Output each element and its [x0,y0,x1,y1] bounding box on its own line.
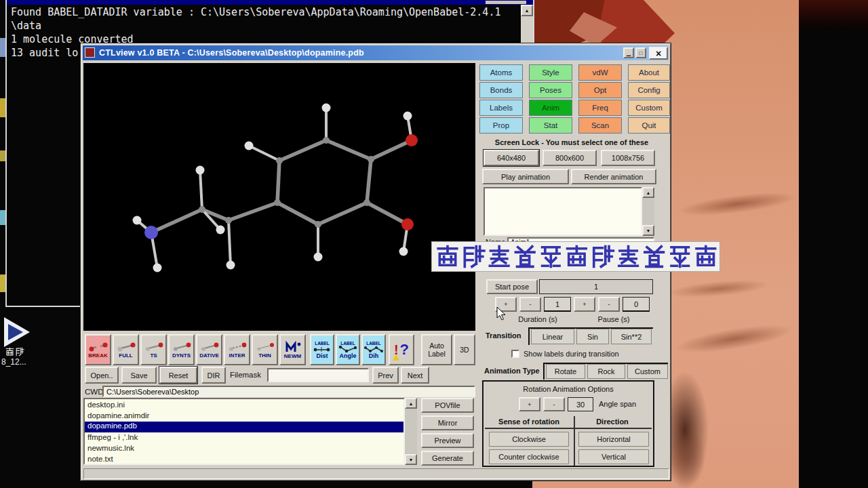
console-titlebar[interactable] [7,0,533,5]
file-item-newmusic-lnk[interactable]: newmusic.lnk [87,444,134,452]
cwd-label: CWD [85,388,103,396]
dist-label-button[interactable]: LABEL Dist [310,334,334,365]
tab-labels[interactable]: Labels [479,100,523,116]
show-labels-checkbox[interactable] [511,350,519,358]
tab-config[interactable]: Config [628,82,670,98]
tab-atoms[interactable]: Atoms [479,64,523,81]
resolution-1008x756-button[interactable]: 1008x756 [601,150,655,166]
dynts-bond-button[interactable]: DYNTS [168,334,195,365]
render-animation-button[interactable]: Render animation [571,169,656,184]
tab-stat[interactable]: Stat [529,117,572,134]
pause-plus-button[interactable]: + [574,297,595,312]
filemask-input[interactable] [267,368,369,382]
thin-bond-button[interactable]: THIN [252,334,278,365]
file-scroll-up-button[interactable]: ▲ [405,398,417,409]
animation-listbox[interactable] [484,187,642,236]
console-scrollbar[interactable]: ▲ [521,5,533,45]
ctlview-app-icon [85,47,95,58]
transition-sin-button[interactable]: Sin [576,329,609,344]
file-item-ffmpeg-lnk[interactable]: ffmpeg - i ,'.lnk [87,433,138,441]
generate-button[interactable]: Generate [421,451,474,466]
file-item-dopamine-pdb[interactable]: dopamine.pdb [85,422,403,432]
inter-bond-button[interactable]: INTER [224,334,250,365]
next-button[interactable]: Next [401,367,429,384]
duration-minus-button[interactable]: - [519,297,541,312]
listbox-scroll-up-button[interactable]: ▲ [642,187,654,198]
angle-plus-button[interactable]: + [519,397,540,411]
listbox-scroll-down-button[interactable]: ▼ [642,225,654,236]
play-animation-button[interactable]: Play animation [482,169,569,184]
dist-label: Dist [316,352,328,359]
animtype-custom-button[interactable]: Custom [627,364,668,379]
minimize-button[interactable]: ▁ [623,47,634,58]
auto-label-button[interactable]: Auto Label [421,334,452,365]
open-button[interactable]: Open.. [85,367,119,384]
tab-freq[interactable]: Freq [578,100,622,116]
question-icon: ? [400,341,409,359]
dir-button[interactable]: DIR [201,367,226,384]
angle-label-button[interactable]: LABEL Angle [336,334,360,365]
close-button[interactable]: × [649,47,668,60]
horizontal-button[interactable]: Horizontal [578,432,649,447]
dative-bond-button[interactable]: DATIVE [196,334,222,365]
animtype-rock-button[interactable]: Rock [587,364,625,379]
resolution-800x600-button[interactable]: 800x600 [542,150,597,166]
molecule-viewport[interactable] [83,63,475,331]
tab-poses[interactable]: Poses [529,82,572,98]
animtype-rotate-button[interactable]: Rotate [546,364,585,379]
angle-span-value[interactable]: 30 [568,397,593,411]
console-titlebar-buttons[interactable] [486,1,526,4]
start-pose-value[interactable]: 1 [539,279,653,294]
file-list[interactable]: desktop.ini dopamine.animdir dopamine.pd… [83,398,405,465]
threed-button[interactable]: 3D [454,334,475,365]
ts-bond-button[interactable]: TS [140,334,167,365]
tab-style[interactable]: Style [529,64,572,81]
maximize-button[interactable]: □ [635,47,646,58]
ctlview-titlebar[interactable]: CTLview v1.0 BETA - C:\Users\Sobereva\De… [83,45,669,60]
clockwise-button[interactable]: Clockwise [489,432,569,447]
tab-custom[interactable]: Custom [628,100,670,116]
preview-button[interactable]: Preview [421,433,474,448]
vertical-button[interactable]: Vertical [578,449,649,464]
transition-linear-button[interactable]: Linear [531,329,574,344]
file-list-scrollbar[interactable]: ▲ ▼ [405,398,417,465]
newm-button[interactable]: NEWM [279,334,306,365]
reset-button[interactable]: Reset [159,367,197,384]
rotation-options-title: Rotation Animation Options [484,385,653,393]
prev-button[interactable]: Prev [372,367,399,384]
tab-scan[interactable]: Scan [578,117,622,134]
povfile-button[interactable]: POVfile [421,398,474,413]
dihedral-label-button[interactable]: LABEL Dih [361,334,386,365]
cwd-field[interactable]: C:\Users\Sobereva\Desktop [102,386,475,397]
file-scroll-down-button[interactable]: ▼ [405,454,417,465]
file-item-desktop-ini[interactable]: desktop.ini [87,401,125,409]
dist-label-tag: LABEL [315,341,330,346]
animtype-frame-v [543,363,545,380]
start-pose-button[interactable]: Start pose [486,279,538,294]
full-bond-button[interactable]: FULL [113,334,139,365]
pause-minus-button[interactable]: - [598,297,620,312]
tab-anim[interactable]: Anim [529,100,572,116]
angle-label-tag: LABEL [340,341,355,346]
break-bond-button[interactable]: BREAK [85,334,111,365]
angle-minus-button[interactable]: - [543,397,565,411]
help-button[interactable]: ! ? [389,334,414,365]
console-line-1: Found BABEL_DATADIR variable : C:\Users\… [11,5,500,19]
save-button[interactable]: Save [121,367,157,384]
tab-bonds[interactable]: Bonds [479,82,523,98]
tab-prop[interactable]: Prop [479,117,523,134]
tab-opt[interactable]: Opt [578,82,622,98]
mirror-button[interactable]: Mirror [421,415,474,430]
tab-quit[interactable]: Quit [628,117,670,134]
animation-listbox-scrollbar[interactable]: ▲ ▼ [642,187,654,236]
counter-clockwise-button[interactable]: Counter clockwise [489,449,569,464]
console-scroll-up-button[interactable]: ▲ [521,5,533,16]
subtitle-text [432,242,719,271]
tab-vdw[interactable]: vdW [578,64,622,81]
file-item-dopamine-animdir[interactable]: dopamine.animdir [87,411,149,420]
transition-sin2-button[interactable]: Sin**2 [611,329,652,344]
tab-about[interactable]: About [628,64,670,81]
resolution-640x480-button[interactable]: 640x480 [484,150,539,166]
file-item-note-txt[interactable]: note.txt [87,455,113,463]
ts-label: TS [150,352,157,359]
